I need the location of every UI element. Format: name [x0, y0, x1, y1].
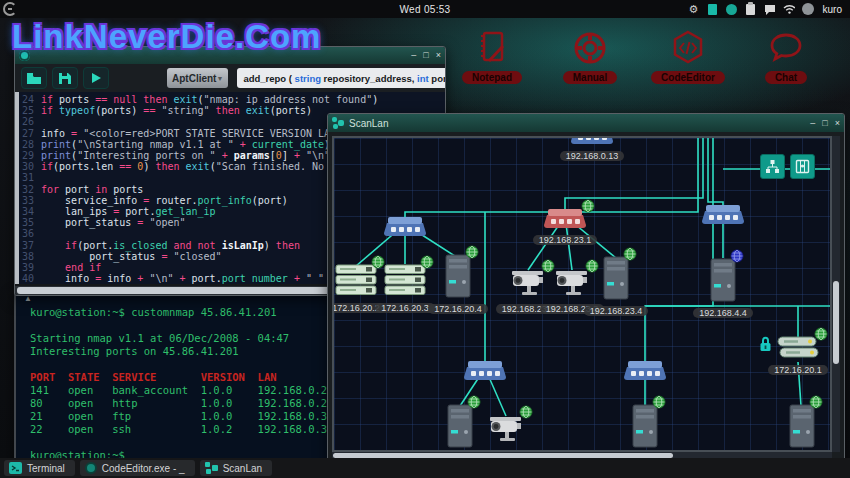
node-ip-label: 192.168.0.13: [560, 151, 625, 161]
tower-device-icon: [603, 256, 629, 304]
rack-device-icon: [335, 264, 377, 301]
switch-device-icon: [701, 204, 745, 229]
internet-globe-icon: [623, 247, 637, 265]
terminal-line: kuro@station:~$ customnmap 45.86.41.201: [30, 306, 326, 319]
code-editor-titlebar[interactable]: – □ ×: [15, 47, 445, 64]
network-node-172.16.20.1[interactable]: 172.16.20.1: [768, 336, 828, 375]
scroll-up-icon[interactable]: ▲: [24, 295, 32, 303]
tower-device-icon: [789, 404, 815, 452]
tower-device-icon: [445, 254, 471, 302]
tree-view-button[interactable]: [760, 154, 785, 179]
desktop-icon-label: Chat: [765, 71, 807, 84]
node-ip-label: 172.16.20.4: [428, 304, 488, 314]
node-ip-label: 172.16.20.1: [768, 365, 828, 375]
network-node[interactable]: [455, 360, 515, 385]
indicator-square-icon[interactable]: [707, 3, 719, 15]
save-file-button[interactable]: [52, 67, 78, 89]
taskbar-item-terminal[interactable]: Terminal: [4, 460, 75, 476]
internet-globe-icon: [814, 327, 828, 345]
network-node-172.16.20.8[interactable]: 172.16.20.8: [781, 404, 823, 452]
network-node-192.168.0.13[interactable]: 192.168.0.13: [562, 136, 622, 161]
close-icon[interactable]: ×: [835, 119, 840, 128]
map-view-button[interactable]: [790, 154, 815, 179]
class-selector-dropdown[interactable]: AptClient ▼: [167, 68, 228, 88]
desktop-icon-label: Manual: [563, 71, 617, 84]
taskbar-item-label: ScanLan: [223, 463, 262, 474]
desktop-icon-chat[interactable]: Chat: [754, 28, 818, 84]
network-node-172.16.20.7[interactable]: 172.16.20.7: [624, 404, 666, 452]
terminal-line: [30, 358, 326, 371]
network-node-172.16.20.4[interactable]: 172.16.20.4: [437, 254, 479, 314]
code-editor-app-icon: [19, 50, 30, 61]
terminal-line: [30, 319, 326, 332]
editor-vertical-scrollbar[interactable]: [15, 92, 19, 284]
taskbar-item-label: Terminal: [27, 463, 65, 474]
network-node-192.168.23.1[interactable]: 192.168.23.1: [535, 208, 595, 245]
network-node[interactable]: [693, 204, 753, 229]
network-map[interactable]: 192.168.0.13172.16.20.2172.16.20.3172.16…: [332, 136, 832, 452]
network-node-172.16.20.5[interactable]: 172.16.20.5: [439, 404, 481, 452]
desktop-icon-notepad[interactable]: Notepad: [460, 28, 524, 84]
system-tray: ⚙kuro: [688, 3, 850, 15]
lock-icon: [759, 336, 772, 356]
signature-value: add_repo ( string repository_address, in…: [243, 73, 446, 84]
run-script-button[interactable]: [83, 67, 109, 89]
terminal-line: PORT STATE SERVICE VERSION LAN: [30, 371, 326, 384]
switch-device-icon: [570, 136, 614, 149]
minimize-icon[interactable]: –: [810, 119, 815, 128]
map-view-buttons: [760, 154, 815, 179]
terminal-line: Interesting ports on 45.86.41.201: [30, 345, 326, 358]
internet-globe-icon: [467, 395, 481, 413]
network-node[interactable]: [615, 360, 675, 385]
internet-globe-icon: [519, 405, 533, 423]
network-node-192.168.23.4[interactable]: 192.168.23.4: [595, 256, 637, 316]
terminal-line: [30, 436, 326, 449]
taskbar-item-scanlan[interactable]: ScanLan: [200, 460, 272, 476]
scanlan-titlebar[interactable]: ScanLan – □ ×: [328, 114, 844, 132]
terminal-line: 22 open ssh 1.0.2 192.168.0.3: [30, 423, 326, 436]
internet-globe-icon: [730, 249, 744, 267]
tower-device-icon: [447, 404, 473, 452]
desktop-icon-codeeditor[interactable]: CodeEditor: [656, 28, 720, 84]
settings-icon[interactable]: ⚙: [688, 3, 700, 15]
network-node[interactable]: [375, 216, 435, 241]
username: kuro: [823, 4, 842, 15]
camera-device-icon: [509, 268, 547, 302]
node-ip-label: 192.168.23.1: [533, 235, 598, 245]
taskbar: TerminalCodeEditor.exe - _ScanLan: [0, 458, 850, 478]
minimize-icon[interactable]: –: [411, 51, 416, 60]
close-icon[interactable]: ×: [436, 51, 441, 60]
terminal-line: Starting nmap v1.1 at 06/Dec/2008 - 04:4…: [30, 332, 326, 345]
network-node-172.16.20.3[interactable]: 172.16.20.3: [376, 264, 434, 313]
internet-globe-icon: [581, 199, 595, 217]
tower-device-icon: [632, 404, 658, 452]
network-node-172.16.20.6[interactable]: 172.16.20.6: [479, 414, 533, 452]
map-vertical-scrollbar[interactable]: [832, 136, 840, 452]
scrollbar-thumb[interactable]: [833, 281, 839, 363]
scanlan-window: ScanLan – □ × 192.168.0.13172.16.20.2172…: [327, 113, 845, 463]
wifi-icon[interactable]: [783, 3, 795, 15]
taskbar-item-codeeditor[interactable]: CodeEditor.exe - _: [80, 460, 195, 476]
internet-globe-icon: [809, 395, 823, 413]
screen: Wed 05:53 ⚙kuro NotepadManualCodeEditorC…: [0, 0, 850, 478]
avatar-icon[interactable]: [802, 3, 814, 15]
switch-device-icon: [543, 208, 587, 233]
terminal-output[interactable]: kuro@station:~$ customnmap 45.86.41.201 …: [16, 294, 330, 462]
chevron-down-icon: ▼: [216, 75, 223, 82]
network-node-192.168.4.4[interactable]: 192.168.4.4: [702, 258, 744, 318]
internet-globe-icon: [652, 395, 666, 413]
internet-globe-icon: [465, 245, 479, 263]
clipboard-icon[interactable]: [745, 3, 757, 15]
maximize-icon[interactable]: □: [423, 51, 428, 60]
switch-device-icon: [383, 216, 427, 241]
taskbar-item-label: CodeEditor.exe - _: [102, 463, 185, 474]
tower-device-icon: [710, 258, 736, 306]
open-file-button[interactable]: [21, 67, 47, 89]
signature-dropdown[interactable]: add_repo ( string repository_address, in…: [237, 68, 446, 88]
codeeditor-icon: [85, 462, 97, 474]
maximize-icon[interactable]: □: [822, 119, 827, 128]
messages-icon[interactable]: [764, 3, 776, 15]
editor-toolbar: AptClient ▼ add_repo ( string repository…: [15, 64, 445, 92]
desktop-icon-manual[interactable]: Manual: [558, 28, 622, 84]
indicator-circle-icon[interactable]: [726, 3, 738, 15]
